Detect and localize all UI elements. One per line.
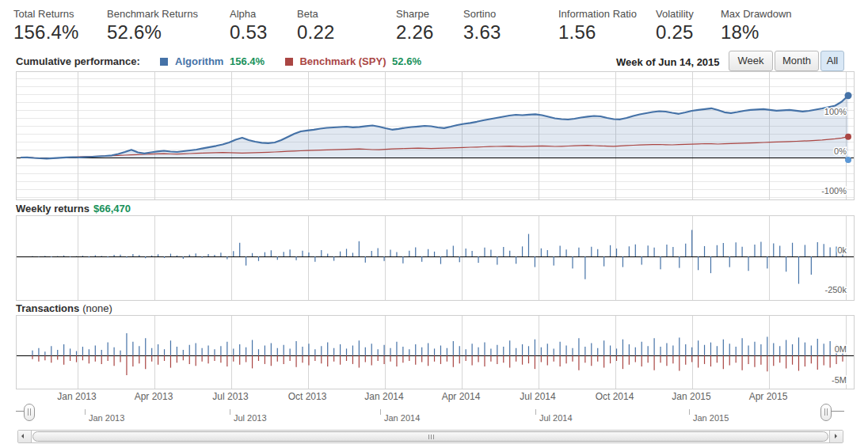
stat-benchmark-returns: Benchmark Returns52.6%: [107, 8, 198, 44]
navigator-tick: [85, 409, 86, 415]
left-arrow-icon: [21, 434, 24, 439]
range-button-all[interactable]: All: [820, 51, 844, 71]
stat-value: 1.56: [558, 21, 637, 44]
stat-label: Beta: [297, 8, 335, 20]
navigator-label: Jan 2013: [89, 413, 124, 423]
thumb-grip-icon: [428, 435, 429, 439]
x-axis-label: Jul 2014: [520, 391, 555, 402]
navigator-label: Jul 2014: [539, 413, 573, 423]
stat-information-ratio: Information Ratio1.56: [558, 8, 637, 44]
performance-title: Cumulative performance:: [16, 55, 140, 67]
stat-total-returns: Total Returns156.4%: [13, 8, 79, 44]
algorithm-end-dot[interactable]: [845, 92, 852, 99]
stat-value: 156.4%: [13, 21, 79, 44]
navigator-label: Jan 2014: [384, 413, 420, 423]
bars: [32, 355, 843, 375]
right-arrow-icon: [835, 434, 837, 439]
navigator-outline-right: [832, 411, 844, 412]
y-axis-label: 100%: [824, 107, 847, 116]
x-axis-label: Jan 2015: [672, 391, 710, 402]
x-axis-label: Apr 2015: [749, 391, 788, 402]
y-axis-label: -250k: [824, 285, 847, 294]
navigator-tick: [535, 409, 536, 415]
navigator-tick: [230, 409, 230, 415]
stat-value: 0.53: [230, 21, 268, 44]
legend-benchmark-value: 52.6%: [392, 55, 421, 67]
weekly-returns-value: $66,470: [93, 203, 131, 215]
stat-label: Benchmark Returns: [107, 8, 198, 20]
range-button-month[interactable]: Month: [775, 51, 819, 71]
x-axis-label: Apr 2013: [135, 391, 173, 402]
stat-label: Max Drawdown: [721, 8, 792, 20]
weekly-returns-chart[interactable]: 0k-250k: [16, 215, 855, 301]
y-axis-label: 0M: [835, 344, 847, 354]
legend-algorithm[interactable]: Algorithm 156.4%: [160, 55, 267, 67]
stat-max-drawdown: Max Drawdown18%: [721, 8, 792, 44]
transactions-title: Transactions(none): [16, 302, 112, 314]
range-button-week[interactable]: Week: [729, 51, 773, 71]
stat-label: Information Ratio: [558, 8, 637, 20]
benchmark-end-dot[interactable]: [845, 134, 851, 140]
range-navigator[interactable]: Jan 2013Jul 2013Jan 2014Jul 2014Jan 2015: [16, 408, 844, 429]
navigator-tick: [689, 409, 690, 415]
scroll-right-button[interactable]: [829, 431, 843, 442]
x-axis-label: Jan 2013: [57, 391, 96, 402]
weekly-returns-plot[interactable]: 0k-250k: [17, 216, 854, 300]
bars: [32, 333, 843, 355]
stat-value: 18%: [721, 21, 792, 44]
legend-algorithm-value: 156.4%: [230, 55, 265, 67]
x-axis-label: Oct 2014: [596, 391, 634, 402]
navigator-tick: [380, 409, 381, 415]
y-axis-label: -100%: [821, 186, 847, 196]
stat-label: Sortino: [463, 8, 501, 20]
x-axis-label: Jul 2013: [212, 391, 248, 402]
x-axis-labels: Jan 2013Apr 2013Jul 2013Oct 2013Jan 2014…: [16, 391, 853, 404]
scrollbar-thumb[interactable]: [32, 431, 828, 442]
stat-sharpe: Sharpe2.26: [396, 8, 434, 44]
legend-algorithm-name: Algorithm: [175, 55, 223, 67]
performance-header: Cumulative performance: Algorithm 156.4%…: [16, 55, 421, 67]
cumulative-performance-plot[interactable]: 100%0%-100%: [17, 72, 854, 199]
x-axis-label: Apr 2014: [442, 391, 481, 402]
transactions-suffix: (none): [82, 302, 112, 314]
legend-benchmark-name: Benchmark (SPY): [299, 55, 386, 67]
week-start-marker[interactable]: [845, 157, 851, 163]
weekly-returns-title: Weekly returns$66,470: [16, 203, 131, 215]
x-axis-label: Oct 2013: [288, 391, 327, 402]
weekly-returns-label: Weekly returns: [16, 203, 89, 215]
backtest-dashboard: Total Returns156.4% Benchmark Returns52.…: [0, 0, 868, 448]
navigator-label: Jul 2013: [234, 413, 267, 423]
horizontal-scrollbar[interactable]: [17, 430, 843, 443]
transactions-label: Transactions: [16, 302, 79, 314]
stat-value: 2.26: [396, 21, 434, 44]
stat-value: 0.25: [656, 21, 694, 44]
stat-value: 3.63: [463, 21, 501, 44]
stat-volatility: Volatility0.25: [656, 8, 694, 44]
scroll-left-button[interactable]: [18, 431, 32, 442]
navigator-right-handle[interactable]: [820, 404, 832, 421]
y-axis-label: -5M: [832, 375, 847, 385]
transactions-chart[interactable]: 0M-5M: [16, 315, 855, 389]
cumulative-performance-chart[interactable]: 100%0%-100%: [16, 71, 855, 200]
transactions-plot[interactable]: 0M-5M: [17, 316, 854, 389]
thumb-grip-icon: [433, 435, 434, 439]
stat-alpha: Alpha0.53: [230, 8, 268, 44]
legend-benchmark[interactable]: Benchmark (SPY) 52.6%: [285, 55, 421, 67]
stat-beta: Beta0.22: [297, 8, 335, 44]
stat-label: Volatility: [656, 8, 694, 20]
stat-label: Sharpe: [396, 8, 434, 20]
selected-week-label: Week of Jun 14, 2015: [616, 56, 720, 68]
x-axis-label: Jan 2014: [364, 391, 403, 402]
algorithm-swatch-icon: [160, 58, 168, 66]
benchmark-swatch-icon: [285, 58, 293, 66]
navigator-label: Jan 2015: [693, 413, 729, 423]
y-axis-label: 0k: [837, 245, 847, 255]
stat-value: 52.6%: [107, 21, 198, 44]
stat-sortino: Sortino3.63: [463, 8, 501, 44]
stat-label: Alpha: [230, 8, 268, 20]
y-axis-label: 0%: [834, 146, 847, 156]
navigator-left-handle[interactable]: [24, 404, 35, 421]
thumb-grip-icon: [431, 435, 432, 439]
stat-label: Total Returns: [13, 8, 79, 20]
stat-value: 0.22: [297, 21, 335, 44]
